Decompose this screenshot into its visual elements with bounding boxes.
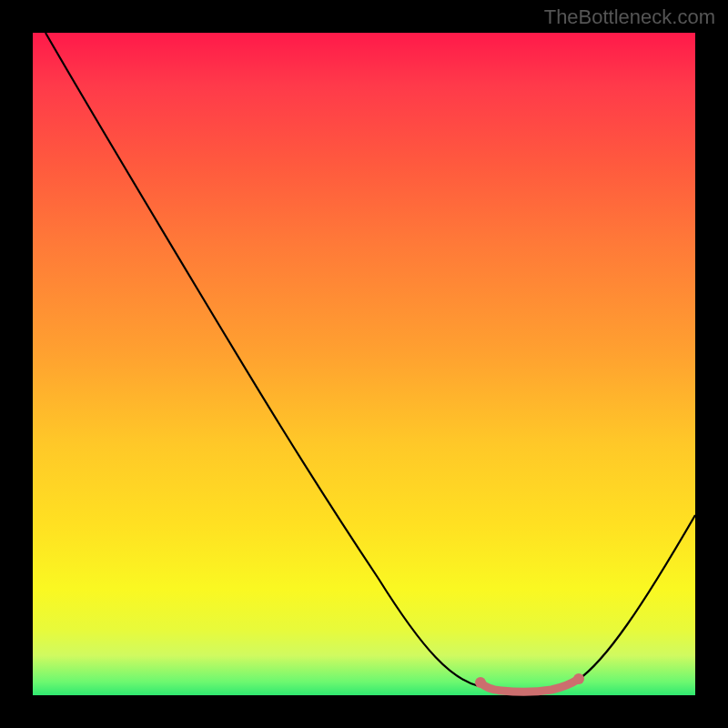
flat-region-mark — [480, 679, 579, 692]
chart-svg — [33, 33, 695, 695]
flat-end-dot — [573, 673, 584, 684]
bottleneck-curve — [46, 33, 695, 690]
chart-plot-area — [33, 33, 695, 695]
watermark-text: TheBottleneck.com — [544, 5, 715, 29]
